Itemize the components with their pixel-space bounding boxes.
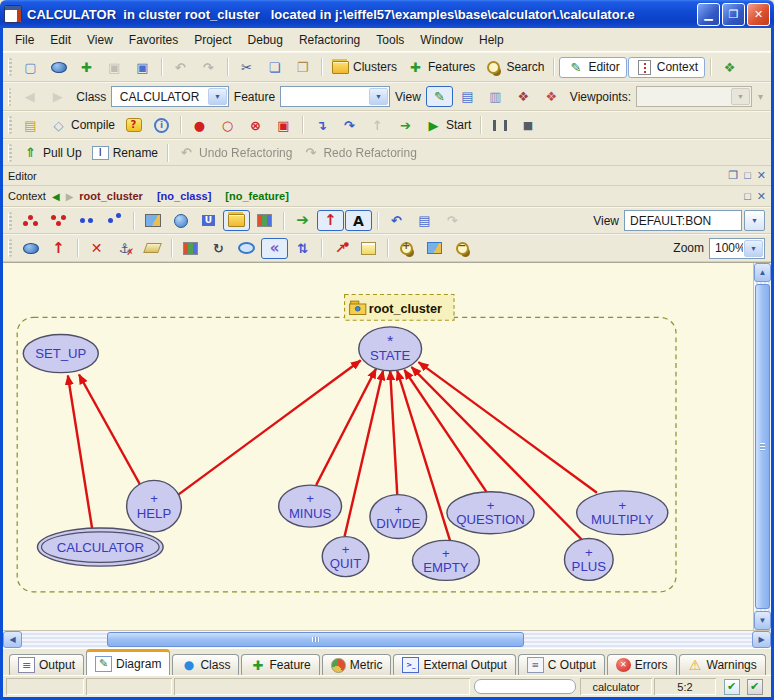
editor-close-icon[interactable]: [757, 169, 766, 182]
menu-item-help[interactable]: Help: [471, 31, 512, 49]
feature-combobox-dropdown-icon[interactable]: [369, 88, 388, 105]
tab-diagram[interactable]: Diagram: [86, 649, 170, 675]
paste-button[interactable]: [289, 57, 316, 78]
vertical-scroll-trough[interactable]: [754, 282, 771, 611]
class-node-set_up[interactable]: SET_UP: [23, 334, 98, 372]
search-button[interactable]: Search: [480, 57, 548, 78]
diagram-undo-button[interactable]: [383, 210, 410, 231]
menu-item-favorites[interactable]: Favorites: [121, 31, 186, 49]
run-ignoring-breakpoints-button[interactable]: [392, 115, 419, 136]
step-into-button[interactable]: [308, 115, 335, 136]
zoom-in-button[interactable]: [393, 238, 420, 259]
class-combobox-dropdown-icon[interactable]: [208, 88, 227, 105]
tab-warnings[interactable]: Warnings: [679, 654, 766, 675]
uml-view-button[interactable]: [195, 210, 222, 231]
editor-button[interactable]: Editor: [559, 57, 626, 78]
diagram-view-combobox[interactable]: DEFAULT:BON: [624, 210, 742, 231]
diagram-history-button[interactable]: [411, 210, 438, 231]
context-close-icon[interactable]: [757, 190, 766, 203]
menu-item-edit[interactable]: Edit: [42, 31, 79, 49]
clusters-button[interactable]: Clusters: [327, 57, 401, 78]
menu-item-project[interactable]: Project: [186, 31, 239, 49]
scroll-left-button[interactable]: [3, 631, 22, 648]
toggle-ellipses-button[interactable]: [233, 238, 260, 259]
maximize-button[interactable]: [722, 3, 745, 26]
class-diagram[interactable]: SET_UP*STATE+HELPCALCULATOR+MINUS+QUIT+D…: [3, 263, 753, 630]
toolbar-grip[interactable]: [8, 212, 12, 230]
breadcrumb-root_cluster[interactable]: root_cluster: [79, 190, 143, 202]
diagram-colors-button[interactable]: [251, 210, 278, 231]
toolbar-grip[interactable]: [8, 88, 11, 106]
cut-button[interactable]: [233, 57, 260, 78]
features-button[interactable]: Features: [402, 57, 479, 78]
class-node-help[interactable]: +HELP: [127, 480, 182, 531]
erase-item-button[interactable]: [139, 238, 166, 259]
breakpoint-remove-button[interactable]: [242, 115, 269, 136]
breakpoint-enable-button[interactable]: [186, 115, 213, 136]
cluster-view-button[interactable]: [223, 210, 250, 231]
copy-button[interactable]: [261, 57, 288, 78]
class-node-empty[interactable]: +EMPTY: [412, 540, 479, 580]
rename-button[interactable]: Rename: [87, 142, 162, 163]
clickable-view-button[interactable]: [454, 86, 481, 107]
relayout-button[interactable]: [289, 210, 316, 231]
scroll-right-button[interactable]: [752, 631, 771, 648]
inheritance-mode-button[interactable]: [317, 210, 344, 231]
editor-float-icon[interactable]: [728, 169, 738, 182]
scroll-up-button[interactable]: [754, 263, 771, 282]
menu-item-tools[interactable]: Tools: [368, 31, 412, 49]
inheritance-link-calculator-set_up[interactable]: [68, 375, 92, 528]
inheritance-link-divide-state[interactable]: [390, 371, 397, 495]
rotate-90-button[interactable]: [205, 238, 232, 259]
start-button[interactable]: Start: [420, 115, 475, 136]
inheritance-link-multiply-state[interactable]: [419, 362, 597, 493]
pause-button[interactable]: [486, 115, 513, 136]
breadcrumb-no_feature[interactable]: [no_feature]: [225, 190, 289, 202]
diagram-canvas[interactable]: SET_UP*STATE+HELPCALCULATOR+MINUS+QUIT+D…: [3, 263, 753, 630]
class-node-quit[interactable]: +QUIT: [322, 537, 369, 577]
project-settings-button[interactable]: [17, 115, 44, 136]
delete-item-button[interactable]: [83, 238, 110, 259]
breakpoints-window-button[interactable]: [270, 115, 297, 136]
minimize-button[interactable]: [697, 3, 720, 26]
labels-toggle-button[interactable]: [345, 210, 372, 231]
compile-options-button[interactable]: [120, 115, 147, 136]
remove-anchor-button[interactable]: [111, 238, 138, 259]
horizontal-scroll-thumb[interactable]: [107, 632, 524, 647]
class-supplier-tree-button[interactable]: [45, 210, 72, 231]
align-items-button[interactable]: [289, 238, 316, 259]
editor-panel-header[interactable]: Editor: [3, 166, 771, 186]
export-png-button[interactable]: [139, 210, 166, 231]
menu-item-window[interactable]: Window: [412, 31, 471, 49]
class-node-multiply[interactable]: +MULTIPLY: [577, 491, 668, 535]
class-node-state[interactable]: *STATE: [359, 327, 422, 371]
toolbar-grip[interactable]: [8, 116, 12, 134]
new-feature-button[interactable]: [73, 57, 100, 78]
tab-feature[interactable]: Feature: [241, 654, 319, 675]
new-development-window-button[interactable]: [716, 57, 743, 78]
context-maximize-icon[interactable]: [744, 190, 751, 203]
pull-up-button[interactable]: Pull Up: [17, 142, 86, 163]
new-window-button[interactable]: [17, 57, 44, 78]
class-inheritance-tree-button[interactable]: [17, 210, 44, 231]
fit-to-window-button[interactable]: [421, 238, 448, 259]
horizontal-scroll-trough[interactable]: [22, 631, 752, 648]
inheritance-relations-button[interactable]: [73, 210, 100, 231]
cluster-label[interactable]: root_cluster: [345, 294, 454, 320]
stop-button[interactable]: [514, 115, 541, 136]
vertical-scroll-thumb[interactable]: [755, 284, 770, 609]
context-back-button[interactable]: [52, 191, 60, 202]
class-node-plus[interactable]: +PLUS: [564, 538, 613, 580]
inheritance-link-help-state[interactable]: [178, 360, 360, 494]
save-all-button[interactable]: [129, 57, 156, 78]
tab-class[interactable]: Class: [172, 654, 239, 675]
client-relations-button[interactable]: [101, 210, 128, 231]
menu-item-refactoring[interactable]: Refactoring: [291, 31, 368, 49]
flat-contract-view-button[interactable]: [538, 86, 565, 107]
toolbar-grip[interactable]: [8, 144, 12, 162]
diagram-zoom-dropdown-icon[interactable]: [744, 240, 763, 257]
toolbar-grip[interactable]: [8, 58, 12, 76]
breadcrumb-no_class[interactable]: [no_class]: [157, 190, 211, 202]
new-class-button[interactable]: [45, 57, 72, 78]
breakpoint-disable-button[interactable]: [214, 115, 241, 136]
